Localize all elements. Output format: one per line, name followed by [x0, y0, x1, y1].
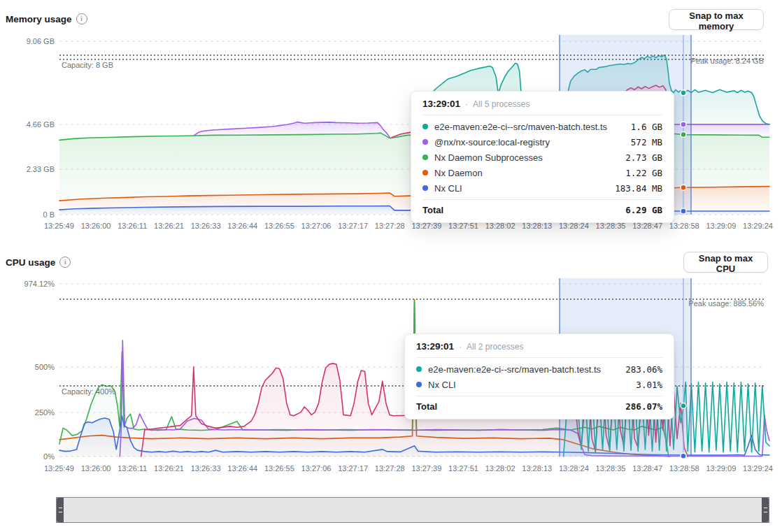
memory-tooltip: 13:29:01 · All 5 processes e2e-maven:e2e…: [411, 91, 674, 223]
x-axis-label: 13:27:51: [448, 464, 478, 473]
tooltip-rows: e2e-maven:e2e-ci--src/maven-batch.test.t…: [422, 115, 662, 196]
timeline-brush-track[interactable]: [56, 497, 769, 523]
x-axis-label: 13:26:21: [154, 222, 184, 230]
tooltip-total-label: Total: [422, 205, 625, 215]
x-axis-label: 13:26:11: [118, 222, 147, 230]
x-axis-label: 13:26:44: [227, 464, 257, 473]
tooltip-row: e2e-maven:e2e-ci--src/maven-batch.test.t…: [416, 361, 662, 377]
cpu-x-axis: 13:25:4913:26:0013:26:1113:26:2113:26:33…: [44, 464, 773, 473]
x-axis-label: 13:25:49: [44, 464, 74, 473]
tooltip-total-row: Total 286.07%: [416, 396, 662, 412]
grip-icon: [764, 508, 767, 512]
x-axis-label: 13:28:24: [559, 464, 589, 473]
x-axis-label: 13:26:21: [154, 464, 184, 473]
process-value: 283.06%: [625, 364, 662, 375]
x-axis-label: 13:27:17: [338, 222, 368, 230]
tooltip-row: Nx Daemon Subprocesses2.73 GB: [422, 150, 662, 165]
y-axis-tick-label: 500%: [0, 363, 55, 371]
x-axis-label: 13:28:13: [522, 464, 552, 473]
process-name: e2e-maven:e2e-ci--src/maven-batch.test.t…: [428, 364, 619, 375]
info-icon[interactable]: i: [76, 13, 87, 24]
y-axis-tick-label: 974.12%: [0, 280, 55, 288]
y-axis-tick-label: 250%: [0, 408, 55, 417]
tooltip-row: Nx CLI3.01%: [416, 377, 662, 392]
x-axis-label: 13:27:06: [301, 464, 332, 473]
process-name: Nx CLI: [434, 183, 609, 194]
tooltip-row: e2e-maven:e2e-ci--src/maven-batch.test.t…: [422, 119, 662, 134]
x-axis-label: 13:26:00: [81, 464, 111, 473]
tooltip-time: 13:29:01: [416, 341, 454, 352]
tooltip-separator: ·: [465, 99, 468, 109]
tooltip-time: 13:29:01: [422, 99, 460, 109]
x-axis-label: 13:26:33: [191, 464, 221, 473]
cpu-usage-title: CPU usage: [6, 257, 55, 268]
series-color-dot: [422, 124, 428, 129]
x-axis-label: 13:28:02: [485, 464, 516, 473]
grip-icon: [59, 508, 62, 512]
x-axis-label: 13:26:55: [264, 222, 294, 230]
tooltip-row: Nx CLI183.84 MB: [422, 180, 662, 196]
snap-to-max-memory-button[interactable]: Snap to max memory: [669, 9, 764, 30]
process-value: 572 MB: [631, 137, 662, 148]
x-axis-label: 13:28:35: [596, 464, 626, 473]
series-color-dot: [416, 382, 422, 387]
series-color-dot: [416, 366, 422, 372]
tooltip-process-count: All 5 processes: [473, 99, 529, 109]
x-axis-label: 13:29:09: [706, 464, 736, 473]
process-name: Nx Daemon: [434, 168, 619, 178]
tooltip-header: 13:29:01 · All 5 processes: [422, 99, 662, 115]
x-axis-label: 13:27:17: [338, 464, 368, 473]
y-axis-tick-label: 2.33 GB: [0, 165, 55, 173]
info-icon[interactable]: i: [59, 257, 71, 268]
x-axis-label: 13:27:28: [375, 222, 405, 230]
tooltip-process-count: All 2 processes: [467, 342, 523, 352]
series-color-dot: [422, 154, 428, 160]
x-axis-label: 13:29:24: [743, 222, 773, 230]
process-name: Nx CLI: [428, 380, 630, 390]
y-axis-tick-label: 0 B: [0, 210, 55, 219]
tooltip-row: @nx/nx-source:local-registry572 MB: [422, 134, 662, 150]
process-value: 183.84 MB: [615, 183, 662, 194]
x-axis-label: 13:26:11: [118, 464, 147, 473]
y-axis-tick-label: 0%: [0, 452, 55, 461]
x-axis-label: 13:27:39: [411, 464, 441, 473]
process-value: 3.01%: [636, 380, 662, 390]
x-axis-label: 13:27:28: [375, 464, 405, 473]
tooltip-total-row: Total 6.29 GB: [422, 199, 662, 215]
tooltip-total-label: Total: [416, 401, 625, 412]
x-axis-label: 13:27:06: [301, 222, 332, 230]
x-axis-label: 13:26:44: [227, 222, 257, 230]
tooltip-separator: ·: [459, 342, 462, 352]
process-value: 1.22 GB: [625, 168, 662, 178]
y-axis-tick-label: 9.06 GB: [0, 37, 55, 45]
series-color-dot: [422, 139, 428, 145]
series-color-dot: [422, 170, 428, 175]
x-axis-label: 13:26:33: [191, 222, 221, 230]
process-value: 1.6 GB: [631, 122, 662, 132]
nx-profiler-page: Memory usage i Snap to max memory 9.06 G…: [0, 0, 782, 532]
process-value: 2.73 GB: [625, 152, 662, 163]
tooltip-rows: e2e-maven:e2e-ci--src/maven-batch.test.t…: [416, 358, 662, 392]
tooltip-total-value: 286.07%: [625, 401, 662, 412]
memory-usage-title: Memory usage: [6, 14, 72, 24]
snap-to-max-cpu-button[interactable]: Snap to max CPU: [683, 252, 768, 273]
x-axis-label: 13:26:55: [264, 464, 294, 473]
x-axis-label: 13:29:24: [743, 464, 773, 473]
brush-handle-left[interactable]: [57, 498, 64, 522]
memory-panel-header: Memory usage i: [6, 13, 87, 24]
x-axis-label: 13:26:00: [81, 222, 111, 230]
x-axis-label: 13:28:58: [669, 464, 699, 473]
x-axis-label: 13:28:58: [669, 222, 699, 230]
series-color-dot: [422, 185, 428, 191]
process-name: Nx Daemon Subprocesses: [434, 152, 619, 163]
tooltip-row: Nx Daemon1.22 GB: [422, 165, 662, 180]
x-axis-label: 13:25:49: [44, 222, 74, 230]
cpu-panel-header: CPU usage i: [6, 257, 71, 268]
process-name: @nx/nx-source:local-registry: [434, 137, 625, 148]
brush-handle-right[interactable]: [762, 498, 769, 522]
process-name: e2e-maven:e2e-ci--src/maven-batch.test.t…: [434, 122, 625, 132]
tooltip-total-value: 6.29 GB: [625, 205, 662, 215]
y-axis-tick-label: 4.66 GB: [0, 120, 55, 129]
x-axis-label: 13:28:47: [632, 464, 662, 473]
tooltip-header: 13:29:01 · All 2 processes: [416, 341, 662, 358]
